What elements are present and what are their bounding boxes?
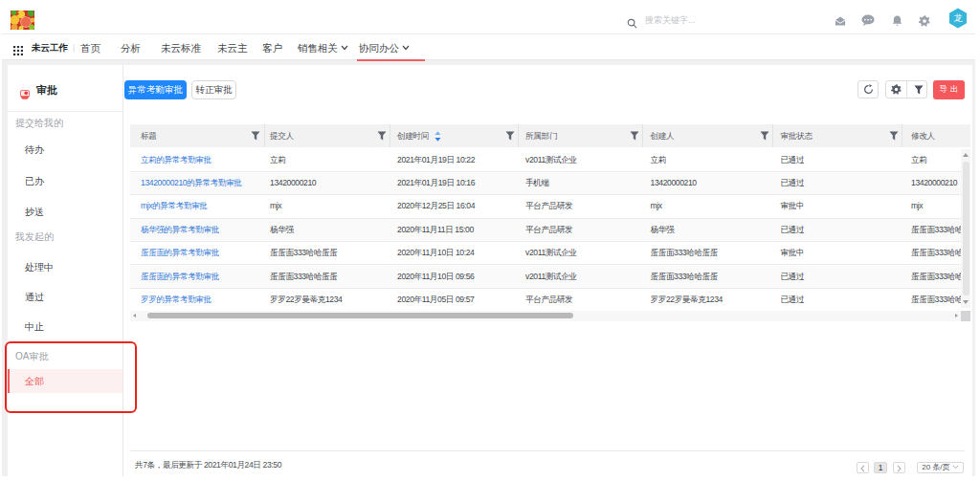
svg-text:龙: 龙 — [953, 13, 962, 23]
